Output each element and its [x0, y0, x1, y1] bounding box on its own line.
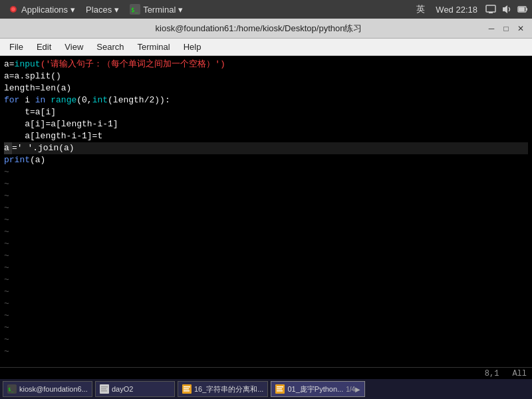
menu-help[interactable]: Help	[177, 41, 208, 53]
code-line-3: length=len(a)	[4, 82, 528, 94]
svg-rect-21	[277, 386, 283, 388]
window-title: kiosk@foundation61:/home/kiosk/Desktop/p…	[32, 23, 485, 35]
svg-rect-17	[184, 386, 190, 388]
svg-rect-19	[184, 390, 190, 392]
taskbar-dayo2[interactable]: dayO2	[95, 381, 175, 397]
terminal-menu[interactable]: $_ Terminal ▾	[126, 3, 187, 16]
top-bar-right: 英 Wed 22:18	[414, 2, 528, 17]
menu-terminal[interactable]: Terminal	[131, 41, 177, 53]
code-line-2: a=a.split()	[4, 70, 528, 82]
menu-file[interactable]: File	[3, 41, 30, 53]
code-line-9: print(a)	[4, 154, 528, 166]
code-line-4: for i in range(0,int(length/2)):	[4, 94, 528, 106]
taskbar-python-label: 01_庞宇Python...	[287, 384, 343, 394]
taskbar-terminal[interactable]: $_ kiosk@foundation6...	[3, 381, 92, 397]
language-indicator[interactable]: 英	[414, 2, 428, 17]
code-line-tilde-7: ~	[4, 238, 528, 250]
top-bar-left: Applications ▾ Places ▾ $_ Terminal ▾	[4, 3, 187, 16]
svg-text:$_: $_	[131, 7, 138, 13]
svg-rect-18	[184, 388, 189, 390]
code-line-8: a=' '.join(a)	[4, 142, 528, 154]
taskbar-python[interactable]: 01_庞宇Python... 1/4▶	[271, 381, 365, 397]
taskbar-dayo2-icon	[100, 384, 109, 394]
code-line-tilde-1: ~	[4, 166, 528, 178]
close-button[interactable]: ✕	[515, 23, 527, 35]
datetime-display: Wed 22:18	[433, 3, 480, 16]
terminal-icon: $_	[130, 4, 140, 15]
code-line-tilde-4: ~	[4, 202, 528, 214]
status-bar: 8,1 All	[0, 367, 532, 379]
taskbar-charstr-label: 16_字符串的分离和...	[194, 384, 264, 394]
title-bar: kiosk@foundation61:/home/kiosk/Desktop/p…	[0, 19, 532, 39]
volume-icon	[501, 4, 512, 15]
code-line-tilde-5: ~	[4, 214, 528, 226]
code-line-tilde-12: ~	[4, 298, 528, 310]
menu-view[interactable]: View	[58, 41, 90, 53]
svg-rect-23	[277, 390, 283, 392]
code-line-tilde-10: ~	[4, 274, 528, 286]
code-line-6: a[i]=a[length-i-1]	[4, 118, 528, 130]
svg-rect-13	[101, 386, 108, 388]
applications-label: Applications	[21, 5, 68, 15]
taskbar-charstr[interactable]: 16_字符串的分离和...	[178, 381, 269, 397]
code-line-tilde-14: ~	[4, 322, 528, 334]
svg-point-1	[11, 7, 15, 11]
svg-rect-8	[526, 8, 527, 11]
apps-icon	[8, 4, 19, 15]
code-line-tilde-3: ~	[4, 190, 528, 202]
battery-icon	[517, 4, 528, 15]
terminal-label: Terminal	[143, 5, 176, 15]
taskbar-python-page: 1/4▶	[346, 386, 360, 393]
display-icon	[485, 4, 496, 15]
svg-text:$_: $_	[8, 387, 14, 392]
code-line-tilde-11: ~	[4, 286, 528, 298]
taskbar-python-icon	[275, 384, 285, 394]
code-line-tilde-9: ~	[4, 262, 528, 274]
code-line-tilde-8: ~	[4, 250, 528, 262]
terminal-arrow: ▾	[178, 5, 183, 15]
maximize-button[interactable]: □	[500, 23, 512, 35]
code-line-7: a[length-i-1]=t	[4, 130, 528, 142]
places-label: Places	[86, 5, 112, 15]
taskbar-charstr-icon	[182, 384, 192, 394]
code-line-1: a=input('请输入句子：（每个单词之间加一个空格）')	[4, 59, 528, 70]
code-line-tilde-2: ~	[4, 178, 528, 190]
svg-marker-6	[503, 5, 507, 13]
cursor-position: 8,1	[485, 369, 499, 378]
window-controls: ─ □ ✕	[485, 23, 527, 35]
terminal-window: kiosk@foundation61:/home/kiosk/Desktop/p…	[0, 19, 532, 379]
code-line-5: t=a[i]	[4, 106, 528, 118]
code-editor-area[interactable]: a=input('请输入句子：（每个单词之间加一个空格）') a=a.split…	[0, 56, 532, 367]
menu-search[interactable]: Search	[90, 41, 130, 53]
menu-bar: File Edit View Search Terminal Help	[0, 39, 532, 56]
view-range: All	[512, 369, 527, 378]
applications-menu[interactable]: Applications ▾	[4, 3, 79, 16]
svg-rect-14	[101, 388, 106, 390]
svg-rect-5	[489, 12, 493, 13]
code-line-tilde-6: ~	[4, 226, 528, 238]
system-top-bar: Applications ▾ Places ▾ $_ Terminal ▾ 英 …	[0, 0, 532, 19]
places-menu[interactable]: Places ▾	[82, 3, 123, 16]
menu-edit[interactable]: Edit	[30, 41, 58, 53]
code-line-tilde-16: ~	[4, 346, 528, 358]
svg-rect-22	[277, 388, 282, 390]
svg-rect-15	[101, 390, 107, 392]
places-arrow: ▾	[114, 5, 119, 15]
svg-rect-9	[519, 7, 525, 11]
taskbar-terminal-label: kiosk@foundation6...	[19, 385, 88, 393]
applications-arrow: ▾	[70, 5, 75, 15]
code-line-tilde-15: ~	[4, 334, 528, 346]
taskbar-terminal-icon: $_	[7, 384, 17, 394]
minimize-button[interactable]: ─	[485, 23, 497, 35]
svg-rect-4	[486, 5, 495, 12]
taskbar: $_ kiosk@foundation6... dayO2 16_字符串的分离和…	[0, 379, 532, 399]
code-line-tilde-13: ~	[4, 310, 528, 322]
taskbar-dayo2-label: dayO2	[112, 385, 133, 393]
